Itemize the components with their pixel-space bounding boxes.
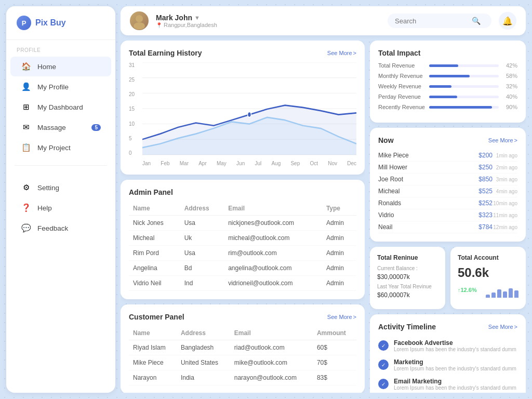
sidebar-item-label: Home [37, 63, 56, 71]
avatar [130, 11, 149, 30]
sidebar-item-label: My Project [37, 144, 71, 152]
sidebar-item-label: My Dashboard [37, 103, 83, 111]
home-icon: 🏠 [21, 61, 31, 72]
search-icon: 🔍 [472, 17, 481, 25]
now-row: Vidrio $323 11min ago [378, 209, 517, 221]
header-user-name: Mark John ▼ [156, 14, 380, 22]
mini-bar [497, 289, 501, 298]
svg-point-11 [248, 112, 251, 117]
chart-svg-area [142, 62, 356, 156]
customer-table: Name Address Email Ammount Riyad IslamBa… [129, 326, 356, 385]
last-year-val: $60,00007k [377, 291, 438, 299]
earning-chart: 31 25 20 15 10 5 0 [129, 62, 356, 166]
earning-chart-title: Total Earning History [129, 49, 202, 57]
sidebar: P Pix Buy Profile 🏠 Home 👤 My Profile ⊞ … [6, 6, 115, 393]
left-column: Total Earning History See More > 31 25 2… [121, 41, 365, 393]
notification-bell[interactable]: 🔔 [499, 12, 516, 30]
admin-panel-title: Admin Panel [129, 188, 173, 196]
customer-panel-title: Customer Panel [129, 313, 184, 321]
current-balance-val: $30,00007k [377, 273, 438, 281]
activity-item: ✓ Marketing Lorem Ipsum has been the ind… [378, 355, 517, 375]
admin-table: Name Address Email Type Nick JonesUsanic… [129, 202, 356, 291]
activity-item: ✓ Facebook Advertise Lorem Ipsum has bee… [378, 336, 517, 355]
main-content: Mark John ▼ 📍 Rangpur,Bangladesh 🔍 🔔 [121, 6, 526, 393]
customer-panel-card: Customer Panel See More > Name Address E… [121, 304, 365, 393]
dashboard-icon: ⊞ [21, 102, 31, 112]
sidebar-item-label: Feedback [37, 224, 68, 232]
setting-icon: ⚙ [21, 182, 31, 193]
admin-panel-header: Admin Panel [129, 188, 356, 196]
activity-timeline-title: Activity Timeline [378, 323, 436, 331]
activity-see-more[interactable]: See More > [488, 324, 517, 330]
sidebar-item-setting[interactable]: ⚙ Setting [10, 178, 111, 197]
search-input[interactable] [395, 17, 468, 25]
table-row: MichealUkmicheal@outlook.comAdmin [129, 231, 356, 246]
sidebar-item-label: Help [37, 204, 52, 212]
col-name: Name [129, 202, 180, 216]
earning-chart-header: Total Earning History See More > [129, 49, 356, 57]
total-impact-title: Total Impact [378, 49, 420, 57]
sidebar-item-feedback[interactable]: 💬 Feedback [10, 218, 111, 238]
chart-x-labels: Jan Feb Mar Apr May Jun Jul Aug Sep Oct … [142, 161, 356, 166]
right-column: Total Impact Total Revenue 42% Monthly R… [370, 41, 526, 393]
sidebar-item-help[interactable]: ❓ Help [10, 198, 111, 218]
now-panel-header: Now See More > [378, 136, 517, 144]
massage-badge: 5 [91, 124, 101, 131]
col-amount: Ammount [313, 326, 356, 340]
growth-indicator: ↑12.6% [458, 287, 477, 293]
activity-status-icon: ✓ [378, 340, 389, 351]
last-year-label: Last Year Total Revinue [377, 284, 438, 289]
col-name: Name [129, 326, 177, 340]
now-row: Mike Piece $200 1min ago [378, 150, 517, 162]
sidebar-divider [15, 165, 107, 166]
header: Mark John ▼ 📍 Rangpur,Bangladesh 🔍 🔔 [121, 6, 526, 35]
customer-see-more[interactable]: See More > [327, 314, 356, 320]
table-row: Rim PordUsarim@outlook.comAdmin [129, 246, 356, 261]
table-row: Nick JonesUsanickjones@outlook.comAdmin [129, 216, 356, 231]
activity-item: ✓ Email Marketing Lorem Ipsum has been t… [378, 375, 517, 393]
customer-panel-header: Customer Panel See More > [129, 313, 356, 321]
earning-see-more[interactable]: See More > [327, 50, 356, 56]
now-see-more[interactable]: See More > [488, 137, 517, 143]
activity-items: ✓ Facebook Advertise Lorem Ipsum has bee… [378, 336, 517, 393]
impact-row: Weekly Revenue 32% [378, 83, 517, 89]
profile-section-label: Profile [6, 47, 115, 56]
sidebar-item-my-project[interactable]: 📋 My Project [10, 138, 111, 157]
now-rows: Mike Piece $200 1min ago Mill Hower $250… [378, 150, 517, 233]
activity-status-icon: ✓ [378, 360, 389, 370]
activity-timeline-header: Activity Timeline See More > [378, 323, 517, 331]
now-panel-card: Now See More > Mike Piece $200 1min ago … [370, 128, 526, 242]
total-account-card: Total Account 50.6k ↑12.6% [450, 247, 526, 309]
activity-timeline-card: Activity Timeline See More > ✓ Facebook … [370, 314, 526, 393]
col-email: Email [230, 326, 313, 340]
table-row: Mike PieceUnited Statesmike@outlook.com7… [129, 355, 356, 370]
sidebar-item-home[interactable]: 🏠 Home [10, 57, 111, 76]
svg-point-0 [136, 15, 143, 22]
now-row: Ronalds $252 10min ago [378, 197, 517, 209]
table-row: Vidrio NeilIndvidrioneil@outlook.comAdmi… [129, 276, 356, 291]
revenue-account-row: Total Reninue Current Balance : $30,0000… [370, 247, 526, 309]
impact-row: Monthly Revenue 58% [378, 73, 517, 79]
mini-bar [486, 295, 490, 298]
impact-row: Total Revenue 42% [378, 62, 517, 69]
search-bar[interactable]: 🔍 [388, 14, 491, 28]
sidebar-item-label: Setting [37, 184, 59, 192]
message-icon: ✉ [21, 122, 31, 132]
current-balance-label: Current Balance : [377, 265, 438, 271]
sidebar-item-my-dashboard[interactable]: ⊞ My Dashboard [10, 97, 111, 117]
sidebar-item-my-profile[interactable]: 👤 My Profile [10, 77, 111, 97]
sidebar-item-massage[interactable]: ✉ Massage 5 [10, 117, 111, 137]
activity-status-icon: ✓ [378, 379, 389, 389]
mini-bar [503, 291, 507, 298]
mini-bar [509, 288, 513, 298]
earning-chart-card: Total Earning History See More > 31 25 2… [121, 41, 365, 175]
mini-bar-chart [486, 282, 518, 298]
feedback-icon: 💬 [21, 223, 31, 233]
total-revenue-title: Total Reninue [377, 254, 438, 261]
col-address: Address [177, 326, 230, 340]
chart-y-labels: 31 25 20 15 10 5 0 [129, 62, 140, 156]
total-account-title: Total Account [458, 254, 518, 261]
total-impact-card: Total Impact Total Revenue 42% Monthly R… [370, 41, 526, 123]
impact-row: Recently Revenue 90% [378, 104, 517, 110]
profile-icon: 👤 [21, 82, 31, 92]
